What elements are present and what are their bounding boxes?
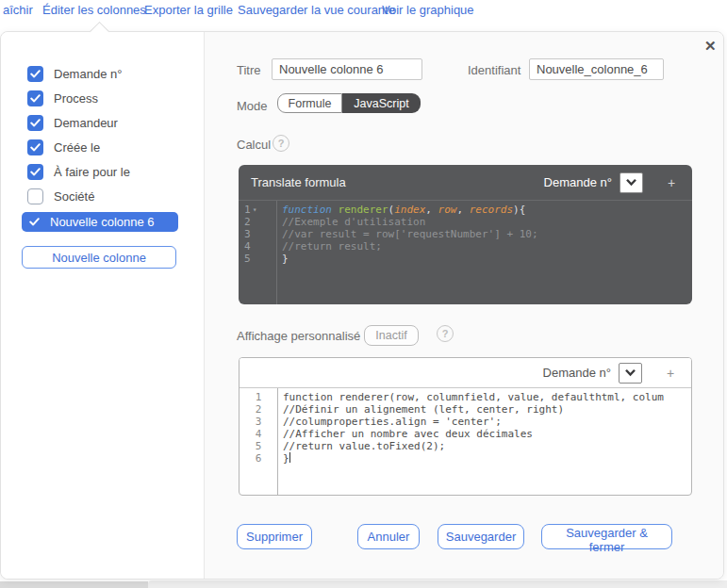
identifier-label: Identifiant (468, 63, 520, 77)
check-icon (30, 70, 41, 78)
insert-column-button[interactable]: + (663, 366, 678, 381)
mode-label: Mode (237, 99, 268, 113)
line-number: 2 (239, 216, 276, 228)
column-label: Créée le (54, 140, 100, 155)
checkbox-icon[interactable] (27, 90, 43, 106)
code-line: //Exemple d'utilisation (282, 216, 692, 228)
formula-editor: Translate formula Demande n° + 1▾2345 fu… (239, 165, 692, 304)
code-line: } (283, 452, 691, 465)
fold-arrow-icon[interactable]: ▾ (253, 204, 257, 216)
column-dropdown[interactable] (620, 172, 643, 193)
column-label: Société (54, 189, 94, 204)
delete-button[interactable]: Supprimer (237, 524, 312, 549)
line-number: 2 (240, 403, 277, 416)
code-line: //var result = row['requestNumber'] + 10… (282, 228, 692, 240)
help-icon[interactable]: ? (437, 325, 454, 342)
sidebar-column-item[interactable]: À faire pour le (27, 163, 204, 180)
custom-display-label: Affichage personnalisé (237, 329, 360, 343)
column-label: À faire pour le (54, 165, 130, 179)
formula-editor-code[interactable]: function renderer(index, row, records){/… (277, 201, 692, 304)
title-input[interactable] (272, 58, 422, 80)
column-dropdown-value: Demande n° (544, 175, 612, 189)
column-label: Nouvelle colonne 6 (50, 215, 155, 229)
save-button[interactable]: Sauvegarder (438, 524, 524, 549)
code-line: function renderer(index, row, records){ (282, 204, 692, 216)
title-label: Titre (237, 63, 261, 77)
formula-editor-title: Translate formula (251, 175, 346, 189)
checkbox-icon[interactable] (27, 164, 43, 180)
check-icon (30, 143, 41, 152)
column-dropdown-value: Demande n° (543, 366, 611, 380)
formula-editor-header: Translate formula Demande n° + (239, 165, 692, 201)
code-line: function renderer(row, columnfield, valu… (283, 391, 691, 403)
identifier-input[interactable] (529, 58, 664, 80)
page: aîchir Éditer les colonnes Exporter la g… (0, 0, 727, 588)
calc-label: Calcul (237, 138, 271, 152)
mode-option-javascript[interactable]: JavaScript (342, 93, 421, 113)
checkbox-icon[interactable] (27, 139, 43, 155)
columns-sidebar: Demande n°ProcessDemandeurCréée leÀ fair… (1, 32, 205, 579)
mode-toggle: Formule JavaScript (277, 93, 421, 113)
checkbox-icon[interactable] (27, 115, 43, 131)
text-cursor (289, 452, 290, 463)
check-icon (30, 94, 41, 103)
custom-display-state-button[interactable]: Inactif (364, 325, 419, 346)
column-dropdown[interactable] (619, 363, 642, 384)
column-label: Demande n° (54, 67, 122, 81)
code-line: //columproperties.align = 'center'; (283, 416, 691, 428)
menu-item-save-view[interactable]: Sauvegarder la vue courante (238, 3, 395, 17)
save-close-button[interactable]: Sauvegarder & fermer (541, 524, 672, 549)
checkbox-icon[interactable] (27, 188, 43, 204)
line-number: 3 (240, 416, 277, 428)
close-icon[interactable]: ✕ (704, 38, 717, 55)
display-editor-body[interactable]: 123456 function renderer(row, columnfiel… (240, 388, 691, 495)
code-line: //Afficher un nombre avec deux décimales (283, 428, 691, 440)
line-number: 4 (239, 240, 276, 253)
formula-editor-body[interactable]: 1▾2345 function renderer(index, row, rec… (239, 201, 692, 304)
line-number: 1 (240, 391, 277, 403)
column-label: Process (54, 91, 98, 106)
menu-item-export-grid[interactable]: Exporter la grille (144, 3, 233, 17)
sidebar-column-item[interactable]: Demandeur (27, 114, 204, 131)
panel-main-area (204, 32, 723, 579)
line-number: 5 (240, 440, 277, 452)
background-grid-strip (0, 581, 148, 588)
display-editor-gutter: 123456 (240, 388, 278, 495)
sidebar-column-item-selected[interactable]: Nouvelle colonne 6 (22, 212, 178, 232)
sidebar-column-item[interactable]: Demande n° (27, 65, 204, 82)
insert-column-button[interactable]: + (664, 175, 679, 190)
edit-columns-panel: ✕ Demande n°ProcessDemandeurCréée leÀ fa… (0, 31, 724, 580)
display-editor: Demande n° + 123456 function renderer(ro… (239, 357, 692, 496)
column-label: Demandeur (54, 116, 118, 130)
check-icon (29, 218, 40, 226)
sidebar-column-item[interactable]: Process (27, 90, 204, 106)
chevron-down-icon (625, 178, 637, 187)
code-line: //return result; (282, 240, 692, 253)
menu-item-edit-columns[interactable]: Éditer les colonnes (42, 3, 146, 17)
menu-item-refresh[interactable]: aîchir (3, 3, 33, 17)
check-icon (30, 168, 41, 176)
menu-item-view-chart[interactable]: Voir le graphique (382, 3, 474, 17)
sidebar-column-item[interactable]: Créée le (27, 139, 204, 155)
cancel-button[interactable]: Annuler (357, 524, 420, 549)
formula-editor-gutter: 1▾2345 (239, 201, 277, 304)
mode-option-formule[interactable]: Formule (277, 93, 342, 113)
new-column-button[interactable]: Nouvelle colonne (22, 246, 176, 269)
check-icon (30, 119, 41, 127)
sidebar-column-item[interactable]: Société (27, 188, 204, 204)
sidebar-column-list: Demande n°ProcessDemandeurCréée leÀ fair… (1, 65, 204, 269)
code-line: //return value.toFixed(2); (283, 440, 691, 452)
line-number: 6 (240, 452, 277, 465)
display-editor-code[interactable]: function renderer(row, columnfield, valu… (278, 388, 691, 495)
display-editor-header: Demande n° + (240, 358, 691, 388)
line-number: 1▾ (239, 204, 276, 216)
line-number: 5 (239, 253, 276, 265)
code-line: } (282, 253, 692, 265)
background-grid-strip (148, 580, 727, 588)
help-icon[interactable]: ? (273, 135, 289, 152)
line-number: 4 (240, 428, 277, 440)
line-number: 3 (239, 228, 276, 240)
chevron-down-icon (624, 368, 636, 377)
checkbox-icon[interactable] (27, 66, 43, 82)
code-line: //Définir un alignement (left, center, r… (283, 403, 691, 416)
